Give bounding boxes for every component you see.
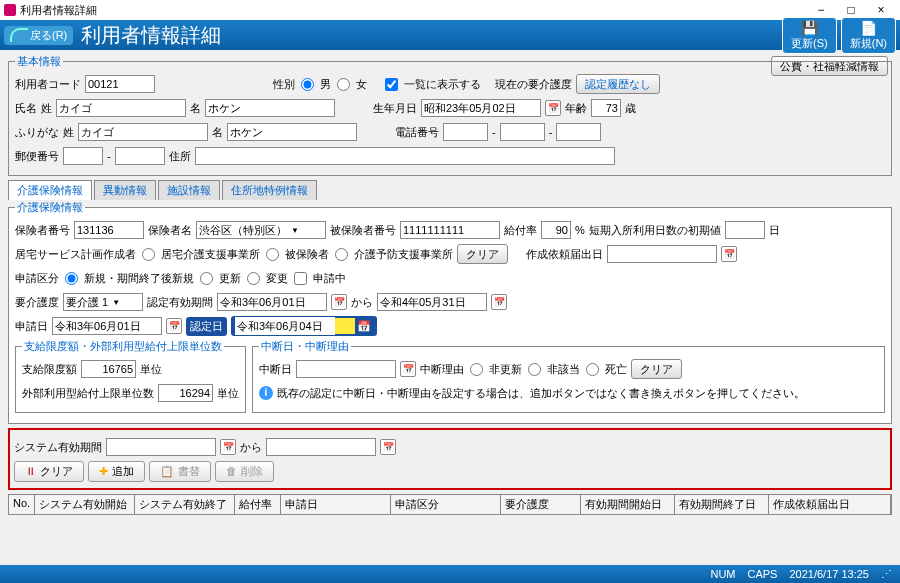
cert-history-button[interactable]: 認定履歴なし xyxy=(576,74,660,94)
furi-sei-input[interactable] xyxy=(78,123,208,141)
sys-add-button[interactable]: ✚追加 xyxy=(88,461,145,482)
datetime: 2021/6/17 13:25 xyxy=(789,568,869,580)
usercode-input[interactable] xyxy=(85,75,155,93)
zip2-input[interactable] xyxy=(115,147,165,165)
sys-from-input[interactable] xyxy=(106,438,216,456)
plan-clear-button[interactable]: クリア xyxy=(457,244,508,264)
caps-indicator: CAPS xyxy=(748,568,778,580)
period-from-input[interactable] xyxy=(217,293,327,311)
info-icon: i xyxy=(259,386,273,400)
add-icon: ✚ xyxy=(99,465,108,478)
basic-info-group: 基本情報 利用者コード 性別 男 女 一覧に表示する 現在の要介護度 認定履歴な… xyxy=(8,54,892,176)
reqdate-input[interactable] xyxy=(607,245,717,263)
rewrite-icon: 📋 xyxy=(160,465,174,478)
window-title: 利用者情報詳細 xyxy=(20,3,806,18)
nintei-input[interactable] xyxy=(235,317,335,335)
phone2-input[interactable] xyxy=(500,123,545,141)
zip1-input[interactable] xyxy=(63,147,103,165)
calendar-icon[interactable]: 📅 xyxy=(357,320,371,333)
addr-input[interactable] xyxy=(195,147,615,165)
update-button[interactable]: 💾更新(S) xyxy=(782,17,837,54)
insname-select[interactable]: 渋谷区（特別区）▼ xyxy=(196,221,326,239)
calendar-icon[interactable]: 📅 xyxy=(400,361,416,377)
sys-clear-button[interactable]: ⏸クリア xyxy=(14,461,84,482)
limit-input[interactable] xyxy=(81,360,136,378)
tab-bar: 介護保険情報 異動情報 施設情報 住所地特例情報 xyxy=(8,180,892,200)
new-icon: 📄 xyxy=(850,20,887,36)
nintei-field: 📅 xyxy=(231,316,377,336)
age-input xyxy=(591,99,621,117)
gender-male-radio[interactable] xyxy=(301,78,314,91)
plan-opt2-radio[interactable] xyxy=(266,248,279,261)
new-button[interactable]: 📄新規(N) xyxy=(841,17,896,54)
ins-legend: 介護保険情報 xyxy=(15,200,85,215)
shortstay-input[interactable] xyxy=(725,221,765,239)
nintei-highlight xyxy=(335,318,355,334)
showlist-check[interactable] xyxy=(385,78,398,91)
calendar-icon[interactable]: 📅 xyxy=(166,318,182,334)
ext-input[interactable] xyxy=(158,384,213,402)
apptype3-radio[interactable] xyxy=(247,272,260,285)
back-icon xyxy=(10,28,28,42)
calendar-icon[interactable]: 📅 xyxy=(331,294,347,310)
back-button[interactable]: 戻る(R) xyxy=(4,26,73,45)
save-icon: 💾 xyxy=(791,20,828,36)
tab-insurance[interactable]: 介護保険情報 xyxy=(8,180,92,200)
sys-delete-button[interactable]: 🗑削除 xyxy=(215,461,274,482)
mei-input[interactable] xyxy=(205,99,335,117)
status-bar: NUM CAPS 2021/6/17 13:25 ⋰ xyxy=(0,565,900,583)
page-title: 利用者情報詳細 xyxy=(81,22,221,49)
phone3-input[interactable] xyxy=(556,123,601,141)
carelv-select[interactable]: 要介護 1▼ xyxy=(63,293,143,311)
sei-input[interactable] xyxy=(56,99,186,117)
table-header: No. システム有効開始 システム有効終了 給付率 申請日 申請区分 要介護度 … xyxy=(8,494,892,515)
tab-facility[interactable]: 施設情報 xyxy=(158,180,220,200)
plan-opt1-radio[interactable] xyxy=(142,248,155,261)
sr3-radio[interactable] xyxy=(586,363,599,376)
sys-rewrite-button[interactable]: 📋書替 xyxy=(149,461,211,482)
delete-icon: 🗑 xyxy=(226,465,237,477)
period-to-input[interactable] xyxy=(377,293,487,311)
sr2-radio[interactable] xyxy=(528,363,541,376)
num-indicator: NUM xyxy=(710,568,735,580)
chevron-down-icon: ▼ xyxy=(291,226,299,235)
stopdate-input[interactable] xyxy=(296,360,396,378)
calendar-icon[interactable]: 📅 xyxy=(380,439,396,455)
rate-input[interactable] xyxy=(541,221,571,239)
pause-icon: ⏸ xyxy=(25,465,36,477)
resize-grip[interactable]: ⋰ xyxy=(881,568,892,581)
tab-address-exception[interactable]: 住所地特例情報 xyxy=(222,180,317,200)
calendar-icon[interactable]: 📅 xyxy=(220,439,236,455)
app-icon xyxy=(4,4,16,16)
plan-opt3-radio[interactable] xyxy=(335,248,348,261)
chevron-down-icon: ▼ xyxy=(112,298,120,307)
stop-clear-button[interactable]: クリア xyxy=(631,359,682,379)
apptype2-radio[interactable] xyxy=(200,272,213,285)
apptype4-check[interactable] xyxy=(294,272,307,285)
gender-female-radio[interactable] xyxy=(337,78,350,91)
system-period-box: システム有効期間 📅 から 📅 ⏸クリア ✚追加 📋書替 🗑削除 xyxy=(8,428,892,490)
dob-input[interactable] xyxy=(421,99,541,117)
apptype1-radio[interactable] xyxy=(65,272,78,285)
insno-input[interactable] xyxy=(74,221,144,239)
sr1-radio[interactable] xyxy=(470,363,483,376)
tab-transfer[interactable]: 異動情報 xyxy=(94,180,156,200)
nintei-label: 認定日 xyxy=(186,317,227,336)
calendar-icon[interactable]: 📅 xyxy=(545,100,561,116)
calendar-icon[interactable]: 📅 xyxy=(491,294,507,310)
insurance-group: 介護保険情報 保険者番号 保険者名 渋谷区（特別区）▼ 被保険者番号 給付率 %… xyxy=(8,200,892,424)
basic-legend: 基本情報 xyxy=(15,54,63,69)
phone1-input[interactable] xyxy=(443,123,488,141)
hihono-input[interactable] xyxy=(400,221,500,239)
sys-to-input[interactable] xyxy=(266,438,376,456)
furi-mei-input[interactable] xyxy=(227,123,357,141)
appdate-input[interactable] xyxy=(52,317,162,335)
calendar-icon[interactable]: 📅 xyxy=(721,246,737,262)
